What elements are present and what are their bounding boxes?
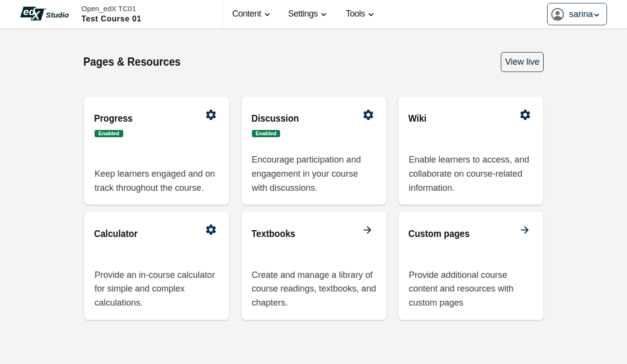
svg-text:X: X: [31, 9, 41, 22]
svg-text:Studio: Studio: [46, 11, 69, 19]
svg-text:®: ®: [44, 8, 47, 11]
